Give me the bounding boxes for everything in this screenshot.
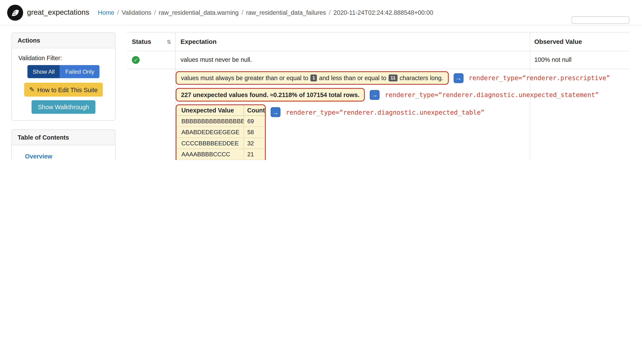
unexpected-table-header: Unexpected Value Count: [177, 105, 265, 116]
edit-icon: ✎: [29, 86, 35, 93]
show-all-button[interactable]: Show All: [27, 65, 60, 78]
sidebar: Actions Validation Filter: Show All Fail…: [12, 32, 116, 160]
breadcrumb-separator: /: [117, 9, 119, 16]
breadcrumb-item: raw_residential_data.warning: [159, 9, 239, 16]
unexpected-value-cell: CCCCBBBBEEDDEE: [177, 138, 244, 148]
main-content: Actions Validation Filter: Show All Fail…: [0, 25, 642, 160]
breadcrumb: Home / Validations / raw_residential_dat…: [98, 9, 433, 16]
breadcrumb-item: raw_residential_data_failures: [246, 9, 326, 16]
min-value-badge: 1: [310, 74, 317, 82]
toc-item-overview[interactable]: Overview: [12, 149, 115, 160]
observed-value-text: 100% not null: [530, 51, 629, 69]
sort-icon[interactable]: ⇅: [167, 39, 171, 45]
unexpected-table-row: 5881S 0004 5: [177, 160, 265, 160]
validation-filter-group: Show All Failed Only: [27, 65, 100, 78]
navbar: great_expectations Home / Validations / …: [0, 0, 642, 25]
table-row: ✖ values must always be greater than or …: [127, 69, 629, 160]
partial-button[interactable]: [571, 16, 629, 24]
toc-title: Table of Contents: [12, 130, 115, 145]
breadcrumb-separator: /: [242, 9, 243, 16]
table-row: ✓ values must never be null. 100% not nu…: [127, 51, 629, 69]
unexpected-count-cell: 21: [244, 149, 265, 160]
results-table: Status ⇅ Expectation Observed Value ✓ va…: [127, 32, 629, 160]
unexpected-value-cell: BBBBBBBBBBBBBBBB: [177, 116, 244, 126]
max-value-badge: 11: [388, 74, 398, 82]
brand: great_expectations: [7, 4, 89, 21]
validation-filter-label: Validation Filter:: [19, 54, 110, 62]
unexpected-table-row: AAAABBBBCCCC 21: [177, 148, 265, 160]
status-column-header[interactable]: Status ⇅: [127, 33, 175, 51]
unexpected-table-row: ABABDEDEGEGEGE 58: [177, 126, 265, 138]
failed-only-button[interactable]: Failed Only: [60, 65, 100, 78]
unexpected-count-cell: 32: [244, 138, 265, 148]
breadcrumb-item: 2020-11-24T02:24:42.888548+00:00: [333, 9, 433, 16]
expectation-text: values must never be null.: [175, 51, 530, 69]
toc-panel: Table of Contents Overview Table-Level E…: [12, 129, 116, 160]
status-header-label: Status: [132, 38, 151, 46]
arrow-right-icon: →: [370, 90, 380, 100]
unexpected-statement-highlight: 227 unexpected values found. ≈0.2118% of…: [176, 88, 365, 102]
edit-suite-button[interactable]: ✎ How to Edit This Suite: [24, 83, 103, 96]
breadcrumb-separator: /: [154, 9, 156, 16]
arrow-right-icon: →: [453, 73, 463, 83]
page: great_expectations Home / Validations / …: [0, 0, 642, 160]
actions-panel: Actions Validation Filter: Show All Fail…: [12, 32, 116, 121]
brand-title: great_expectations: [27, 8, 89, 17]
unexpected-count-cell: 69: [244, 116, 265, 126]
logo-icon[interactable]: [7, 4, 23, 21]
arrow-right-icon: →: [271, 107, 281, 117]
unexpected-table-renderer-annotation: renderer_type=“renderer.diagnostic.unexp…: [286, 109, 484, 116]
expectation-column-header: Expectation: [175, 33, 530, 51]
edit-suite-label: How to Edit This Suite: [37, 86, 98, 93]
walkthrough-button[interactable]: Show Walkthrough: [32, 100, 95, 114]
unexpected-table-row: CCCCBBBBEEDDEE 32: [177, 138, 265, 148]
observed-value-column-header: Observed Value: [530, 33, 629, 51]
unexpected-table-row: BBBBBBBBBBBBBBBB 69: [177, 116, 265, 126]
unexpected-count-cell: 58: [244, 127, 265, 138]
prescriptive-highlight: values must always be greater than or eq…: [176, 71, 449, 84]
actions-panel-title: Actions: [12, 33, 115, 48]
unexpected-values-table: Unexpected Value Count BBBBBBBBBBBBBBBB …: [176, 104, 266, 160]
unexpected-value-cell: AAAABBBBCCCC: [177, 149, 244, 160]
breadcrumb-home-link[interactable]: Home: [98, 9, 114, 16]
unexpected-value-cell: ABABDEDEGEGEGE: [177, 127, 244, 138]
table-header-row: Status ⇅ Expectation Observed Value: [127, 32, 629, 51]
success-check-icon: ✓: [132, 56, 140, 64]
breadcrumb-item: Validations: [122, 9, 151, 16]
breadcrumb-separator: /: [329, 9, 331, 16]
